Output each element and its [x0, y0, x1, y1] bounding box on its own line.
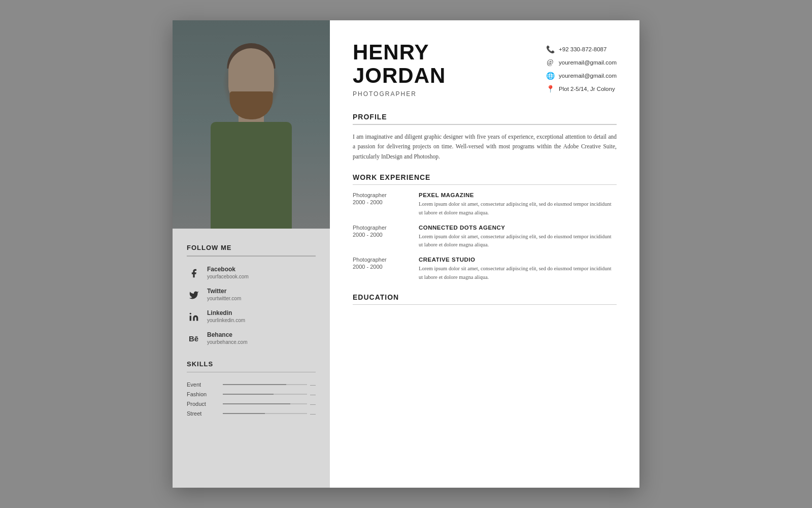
work-left-1: Photographer 2000 - 2000 — [353, 225, 419, 250]
skill-fashion-label: Fashion — [187, 391, 220, 397]
contact-phone-text: +92 330-872-8087 — [559, 46, 606, 52]
twitter-url: yourtwitter.com — [207, 295, 241, 302]
photo-area — [173, 20, 330, 229]
profile-text: I am imaginative and diligent graphic de… — [353, 132, 617, 162]
contact-phone: 📞 +92 330-872-8087 — [546, 45, 617, 54]
work-divider — [353, 184, 617, 185]
candidate-title: PHOTOGRAPHER — [353, 90, 546, 98]
work-right-2: CREATIVE STUDIO Lorem ipsum dolor sit am… — [419, 257, 617, 282]
skill-event: Event — — [187, 382, 316, 388]
skill-street-label: Street — [187, 410, 220, 417]
twitter-icon — [187, 288, 201, 302]
work-dates-0: 2000 - 2000 — [353, 199, 419, 205]
linkedin-icon — [187, 310, 201, 324]
skill-event-dash: — — [310, 382, 316, 388]
twitter-name: Twitter — [207, 288, 241, 296]
facebook-text: Facebook yourfacebook.com — [207, 266, 249, 280]
skill-street-dash: — — [310, 410, 316, 417]
candidate-name: HENRY JORDAN — [353, 41, 546, 87]
work-desc-2: Lorem ipsum dolor sit amet, consectetur … — [419, 265, 617, 282]
linkedin-text: Linkedin yourlinkedin.com — [207, 309, 245, 324]
skill-product-bar-fill — [223, 403, 290, 404]
name-block: HENRY JORDAN PHOTOGRAPHER — [353, 41, 546, 98]
work-entries: Photographer 2000 - 2000 PEXEL MAGAZINE … — [353, 192, 617, 282]
work-dates-1: 2000 - 2000 — [353, 232, 419, 238]
profile-divider — [353, 124, 617, 125]
profile-section: PROFILE I am imaginative and diligent gr… — [353, 113, 617, 162]
sidebar-info: FOLLOW ME Facebook yourfacebook.com — [173, 229, 330, 488]
work-left-2: Photographer 2000 - 2000 — [353, 257, 419, 282]
work-entry-0: Photographer 2000 - 2000 PEXEL MAGAZINE … — [353, 192, 617, 217]
work-jobtitle-1: Photographer — [353, 225, 419, 231]
work-entry-1: Photographer 2000 - 2000 CONNECTED DOTS … — [353, 225, 617, 250]
header-section: HENRY JORDAN PHOTOGRAPHER 📞 +92 330-872-… — [353, 41, 617, 98]
work-jobtitle-0: Photographer — [353, 192, 419, 198]
facebook-icon — [187, 266, 201, 280]
skill-product-bar-bg — [223, 403, 307, 404]
education-section: EDUCATION — [353, 293, 617, 305]
name-line1: HENRY — [353, 40, 429, 64]
email1-icon: @ — [546, 58, 555, 67]
work-company-2: CREATIVE STUDIO — [419, 257, 617, 263]
work-company-1: CONNECTED DOTS AGENCY — [419, 225, 617, 231]
social-item-behance: Bē Behance yourbehance.com — [187, 331, 316, 346]
work-heading: WORK EXPERIENCE — [353, 173, 617, 181]
skill-fashion-dash: — — [310, 391, 316, 397]
contact-address: 📍 Plot 2-5/14, Jr Colony — [546, 84, 617, 93]
photo-background — [173, 20, 330, 229]
linkedin-name: Linkedin — [207, 309, 245, 318]
skill-event-label: Event — [187, 382, 220, 388]
left-panel: FOLLOW ME Facebook yourfacebook.com — [173, 20, 330, 488]
location-icon: 📍 — [546, 84, 555, 93]
name-line2: JORDAN — [353, 64, 446, 87]
social-item-linkedin: Linkedin yourlinkedin.com — [187, 309, 316, 324]
skills-section: SKILLS Event — Fashion — — [187, 360, 316, 417]
behance-url: yourbehance.com — [207, 339, 248, 345]
skills-divider — [187, 372, 316, 373]
contact-email2: 🌐 youremail@gmail.com — [546, 71, 617, 80]
follow-divider — [187, 256, 316, 257]
social-item-facebook: Facebook yourfacebook.com — [187, 266, 316, 280]
work-left-0: Photographer 2000 - 2000 — [353, 192, 419, 217]
skill-fashion-bar-bg — [223, 394, 307, 395]
right-panel: HENRY JORDAN PHOTOGRAPHER 📞 +92 330-872-… — [330, 20, 639, 488]
skill-product: Product — — [187, 401, 316, 407]
work-company-0: PEXEL MAGAZINE — [419, 192, 617, 198]
skill-street: Street — — [187, 410, 316, 417]
behance-name: Behance — [207, 331, 248, 339]
behance-text: Behance yourbehance.com — [207, 331, 248, 346]
contact-email1-text: youremail@gmail.com — [559, 59, 617, 66]
education-divider — [353, 304, 617, 305]
svg-point-0 — [190, 312, 191, 314]
skill-event-bar-fill — [223, 384, 286, 385]
skill-fashion-bar-fill — [223, 394, 274, 395]
linkedin-url: yourlinkedin.com — [207, 317, 245, 324]
facebook-name: Facebook — [207, 266, 249, 274]
work-right-1: CONNECTED DOTS AGENCY Lorem ipsum dolor … — [419, 225, 617, 250]
skill-street-bar-bg — [223, 413, 307, 414]
skills-heading: SKILLS — [187, 360, 316, 368]
skill-fashion: Fashion — — [187, 391, 316, 397]
work-section: WORK EXPERIENCE Photographer 2000 - 2000… — [353, 173, 617, 282]
work-jobtitle-2: Photographer — [353, 257, 419, 263]
skill-street-bar-fill — [223, 413, 265, 414]
svg-text:Bē: Bē — [189, 334, 198, 343]
follow-heading: FOLLOW ME — [187, 244, 316, 251]
skill-product-dash: — — [310, 401, 316, 407]
work-dates-2: 2000 - 2000 — [353, 264, 419, 270]
facebook-url: yourfacebook.com — [207, 273, 249, 280]
behance-icon: Bē — [187, 332, 201, 346]
phone-icon: 📞 — [546, 45, 555, 54]
resume-wrapper: FOLLOW ME Facebook yourfacebook.com — [173, 20, 639, 488]
follow-section: FOLLOW ME Facebook yourfacebook.com — [187, 244, 316, 346]
work-right-0: PEXEL MAGAZINE Lorem ipsum dolor sit ame… — [419, 192, 617, 217]
globe-icon: 🌐 — [546, 71, 555, 80]
social-item-twitter: Twitter yourtwitter.com — [187, 288, 316, 302]
work-entry-2: Photographer 2000 - 2000 CREATIVE STUDIO… — [353, 257, 617, 282]
work-desc-0: Lorem ipsum dolor sit amet, consectetur … — [419, 200, 617, 217]
profile-heading: PROFILE — [353, 113, 617, 121]
contact-email2-text: youremail@gmail.com — [559, 73, 617, 79]
skill-event-bar-bg — [223, 384, 307, 385]
photo-overlay — [173, 20, 330, 229]
work-desc-1: Lorem ipsum dolor sit amet, consectetur … — [419, 233, 617, 250]
